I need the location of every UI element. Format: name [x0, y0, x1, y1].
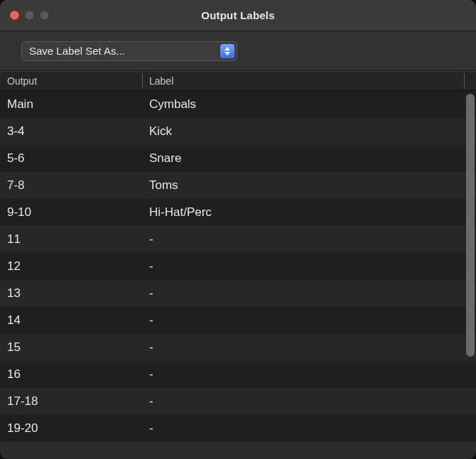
table-row[interactable]: 11- — [0, 226, 476, 253]
label-cell[interactable]: - — [142, 367, 476, 382]
table-body: MainCymbals3-4Kick5-6Snare7-8Toms9-10Hi-… — [0, 91, 476, 459]
table-row[interactable]: 19-20- — [0, 415, 476, 442]
output-cell[interactable]: 17-18 — [0, 394, 142, 409]
table-row[interactable]: 9-10Hi-Hat/Perc — [0, 199, 476, 226]
label-cell[interactable]: - — [142, 340, 476, 355]
toolbar: Save Label Set As... — [0, 31, 476, 71]
column-header-label[interactable]: Label — [142, 75, 476, 87]
output-cell[interactable]: 11 — [0, 232, 142, 247]
table-row[interactable]: 14- — [0, 307, 476, 334]
output-cell[interactable]: 19-20 — [0, 421, 142, 436]
label-set-select-value: Save Label Set As... — [29, 45, 125, 57]
window-controls — [0, 11, 49, 20]
table-row[interactable]: 17-18- — [0, 388, 476, 415]
table-row[interactable]: 12- — [0, 253, 476, 280]
label-cell[interactable]: - — [142, 421, 476, 436]
label-cell[interactable]: - — [142, 232, 476, 247]
output-cell[interactable]: 9-10 — [0, 205, 142, 220]
window-title: Output Labels — [0, 9, 476, 21]
output-cell[interactable]: 3-4 — [0, 124, 142, 139]
label-cell[interactable]: Hi-Hat/Perc — [142, 205, 476, 220]
table-row[interactable]: 13- — [0, 280, 476, 307]
label-cell[interactable]: - — [142, 313, 476, 328]
output-cell[interactable]: Main — [0, 97, 142, 112]
close-icon[interactable] — [10, 11, 19, 20]
table-header: Output Label — [0, 71, 476, 91]
output-cell[interactable]: 5-6 — [0, 151, 142, 166]
label-cell[interactable]: Snare — [142, 151, 476, 166]
output-cell[interactable]: 14 — [0, 313, 142, 328]
label-cell[interactable]: Cymbals — [142, 97, 476, 112]
label-set-select[interactable]: Save Label Set As... — [21, 41, 237, 61]
column-header-output[interactable]: Output — [0, 75, 142, 87]
table-row[interactable]: MainCymbals — [0, 91, 476, 118]
output-cell[interactable]: 7-8 — [0, 178, 142, 193]
titlebar[interactable]: Output Labels — [0, 0, 476, 31]
table-row[interactable]: 7-8Toms — [0, 172, 476, 199]
scrollbar-thumb[interactable] — [466, 94, 475, 357]
label-cell[interactable]: - — [142, 394, 476, 409]
column-divider[interactable] — [142, 73, 143, 89]
chevron-up-down-icon — [220, 44, 234, 58]
output-cell[interactable]: 12 — [0, 259, 142, 274]
table-row[interactable]: 15- — [0, 334, 476, 361]
output-cell[interactable]: 15 — [0, 340, 142, 355]
table-row[interactable]: 16- — [0, 361, 476, 388]
label-cell[interactable]: Kick — [142, 124, 476, 139]
zoom-icon[interactable] — [40, 11, 49, 20]
output-cell[interactable]: 16 — [0, 367, 142, 382]
label-cell[interactable]: - — [142, 259, 476, 274]
column-divider[interactable] — [464, 73, 465, 89]
table-row[interactable]: 3-4Kick — [0, 118, 476, 145]
table-rows: MainCymbals3-4Kick5-6Snare7-8Toms9-10Hi-… — [0, 91, 476, 459]
minimize-icon[interactable] — [25, 11, 34, 20]
label-cell[interactable]: - — [142, 286, 476, 301]
table-row[interactable]: 5-6Snare — [0, 145, 476, 172]
output-labels-window: Output Labels Save Label Set As... Outpu… — [0, 0, 476, 459]
label-cell[interactable]: Toms — [142, 178, 476, 193]
output-cell[interactable]: 13 — [0, 286, 142, 301]
